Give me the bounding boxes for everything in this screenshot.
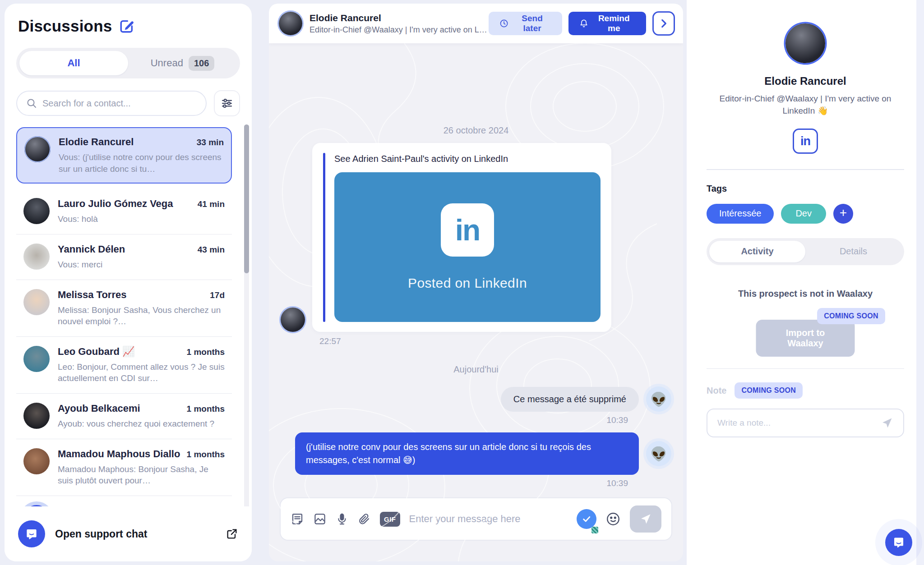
message-timestamp: 22:57 xyxy=(319,336,671,346)
post-title: See Adrien Saint-Paul's activity on Link… xyxy=(334,154,601,164)
date-separator: 26 octobre 2024 xyxy=(281,125,671,136)
message-avatar xyxy=(281,308,305,332)
prospect-headline: Editor-in-Chief @Waalaxy | I'm very acti… xyxy=(707,93,904,117)
own-avatar: 👽 xyxy=(646,441,671,466)
tab-details[interactable]: Details xyxy=(805,241,901,262)
message-composer: GIF xyxy=(280,497,672,541)
coming-soon-badge: COMING SOON xyxy=(817,308,885,324)
conversation-leo[interactable]: Leo Goubard 📈 1 months Leo: Bonjour, Com… xyxy=(16,336,232,393)
quote-line xyxy=(323,153,325,322)
support-label: Open support chat xyxy=(55,528,147,540)
tab-activity[interactable]: Activity xyxy=(709,241,805,262)
gif-button[interactable]: GIF xyxy=(380,512,400,527)
send-button[interactable] xyxy=(630,505,661,533)
conversation-elodie[interactable]: Elodie Rancurel 33 min Vous: (j'utilise … xyxy=(16,127,232,184)
tag-dev[interactable]: Dev xyxy=(781,204,826,224)
support-chat-button[interactable] xyxy=(18,520,45,547)
not-in-waalaxy-text: This prospect is not in Waalaxy xyxy=(707,289,904,299)
note-field[interactable] xyxy=(707,409,904,437)
sent-message-bubble: (j'utilise notre conv pour des screens s… xyxy=(295,432,639,475)
chevron-right-icon xyxy=(658,18,670,29)
conversation-yannick[interactable]: Yannick Délen 43 min Vous: merci xyxy=(16,234,232,280)
divider xyxy=(707,368,904,369)
prospect-name: Elodie Rancurel xyxy=(707,75,904,87)
page-scrollbar[interactable] xyxy=(916,0,924,565)
check-icon xyxy=(577,509,596,529)
avatar xyxy=(23,403,50,429)
external-link-icon[interactable] xyxy=(226,528,238,540)
message-timestamp: 10:39 xyxy=(281,415,628,425)
template-note-icon[interactable] xyxy=(291,512,304,526)
note-title: Note xyxy=(707,386,726,396)
clock-icon xyxy=(499,18,508,28)
tab-unread[interactable]: Unread 106 xyxy=(128,51,237,75)
avatar xyxy=(23,289,50,315)
next-conversation-button[interactable] xyxy=(652,11,675,36)
search-icon xyxy=(26,98,37,109)
tag-interessee[interactable]: Intéressée xyxy=(707,204,774,224)
linkedin-profile-button[interactable]: in xyxy=(793,129,818,154)
conversation-melissa[interactable]: Melissa Torres 17d Melissa: Bonjour Sash… xyxy=(16,280,232,336)
conversation-lauro[interactable]: Lauro Julio Gómez Vega 41 min Vous: holà xyxy=(16,189,232,234)
bell-icon xyxy=(579,18,588,28)
microphone-icon[interactable] xyxy=(336,513,348,525)
note-send-icon[interactable] xyxy=(881,417,893,429)
prospect-panel: Elodie Rancurel Editor-in-Chief @Waalaxy… xyxy=(687,0,924,565)
linkedin-logo: in xyxy=(441,203,494,257)
chat-header: Elodie Rancurel Editor-in-Chief @Waalaxy… xyxy=(269,4,683,43)
post-caption: Posted on LinkedIn xyxy=(408,276,527,291)
conversation-mamadou[interactable]: Mamadou Maphous Diallo 1 months Mamadou … xyxy=(16,439,232,496)
avatar xyxy=(23,198,50,224)
avatar xyxy=(23,243,50,270)
prospect-avatar[interactable] xyxy=(785,23,825,63)
conversation-ayoub[interactable]: Ayoub Belkacemi 1 months Ayoub: vous che… xyxy=(16,393,232,439)
paper-plane-icon xyxy=(639,513,652,525)
chat-contact-subtitle: Editor-in-Chief @Waalaxy | I'm very acti… xyxy=(310,25,489,35)
compose-icon[interactable] xyxy=(119,18,134,34)
chat-contact-name: Elodie Rancurel xyxy=(310,13,489,23)
sliders-icon xyxy=(220,96,234,110)
image-icon[interactable] xyxy=(313,512,327,526)
saved-reply-toggle[interactable] xyxy=(577,509,596,529)
chat-column: Elodie Rancurel Editor-in-Chief @Waalaxy… xyxy=(269,4,683,561)
message-timestamp: 10:39 xyxy=(281,478,628,488)
discussions-panel: Discussions All Unread 106 xyxy=(5,4,252,561)
discussions-filter-tabs: All Unread 106 xyxy=(16,48,240,78)
divider xyxy=(707,169,904,170)
prospect-tabs: Activity Details xyxy=(707,238,904,265)
remind-me-button[interactable]: Remind me xyxy=(568,12,646,35)
tab-all[interactable]: All xyxy=(19,51,128,75)
chat-bubble-icon xyxy=(892,536,906,549)
linkedin-post-message[interactable]: See Adrien Saint-Paul's activity on Link… xyxy=(312,143,611,332)
avatar xyxy=(23,346,50,372)
filter-button[interactable] xyxy=(214,90,240,116)
linkedin-post-embed[interactable]: in Posted on LinkedIn xyxy=(334,172,601,322)
own-avatar: 👽 xyxy=(646,386,671,412)
discussions-title: Discussions xyxy=(18,17,112,35)
chat-bubble-icon xyxy=(25,527,38,541)
add-tag-button[interactable]: + xyxy=(833,204,853,224)
list-scrollbar[interactable] xyxy=(244,124,249,509)
search-input[interactable] xyxy=(42,98,197,109)
message-input[interactable] xyxy=(409,513,568,525)
conversation-list: Elodie Rancurel 33 min Vous: (j'utilise … xyxy=(16,127,240,524)
tags-title: Tags xyxy=(707,184,904,194)
unread-count-badge: 106 xyxy=(189,56,214,71)
chat-contact-avatar[interactable] xyxy=(279,12,302,35)
intercom-launcher-button[interactable] xyxy=(885,529,912,556)
mini-status-badge xyxy=(591,527,598,533)
import-to-waalaxy-button[interactable]: Import to Waalaxy xyxy=(756,320,855,357)
contact-search[interactable] xyxy=(16,91,207,116)
coming-soon-badge: COMING SOON xyxy=(735,382,803,399)
avatar xyxy=(24,136,51,162)
emoji-icon[interactable] xyxy=(605,511,621,527)
attachment-icon[interactable] xyxy=(357,512,371,526)
note-input[interactable] xyxy=(717,418,881,428)
avatar xyxy=(23,448,50,474)
send-later-button[interactable]: Send later xyxy=(489,12,562,35)
support-footer: Open support chat xyxy=(5,506,252,561)
date-separator: Aujourd'hui xyxy=(281,364,671,375)
deleted-message-bubble: Ce message a été supprimé xyxy=(501,387,639,412)
